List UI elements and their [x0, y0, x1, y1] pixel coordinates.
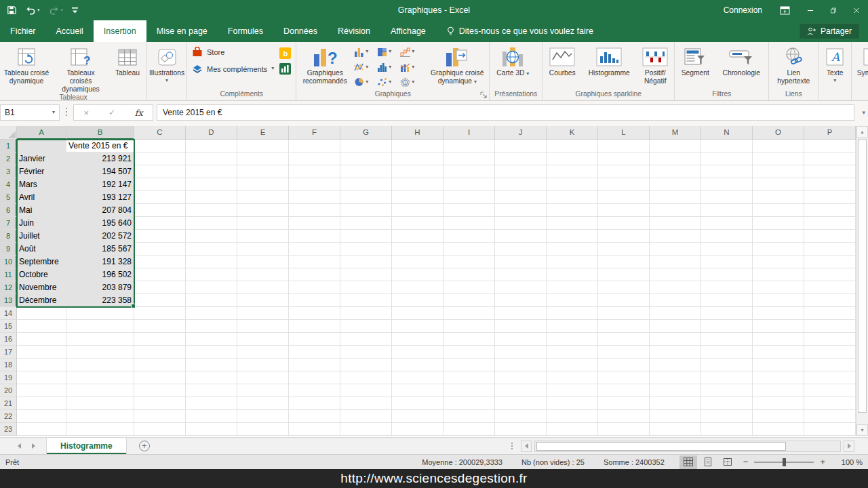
cell-P14[interactable]: [804, 307, 856, 320]
horizontal-scroll-thumb[interactable]: [536, 442, 786, 451]
cell-D23[interactable]: [186, 423, 237, 436]
cell-E8[interactable]: [237, 230, 289, 243]
cell-I9[interactable]: [443, 243, 495, 256]
cell-O4[interactable]: [753, 178, 804, 191]
cell-J16[interactable]: [495, 333, 547, 346]
cell-G16[interactable]: [340, 333, 392, 346]
cell-D17[interactable]: [186, 346, 237, 359]
cell-G8[interactable]: [340, 230, 392, 243]
cell-L6[interactable]: [598, 204, 650, 217]
row-header-22[interactable]: 22: [0, 410, 17, 423]
cell-G23[interactable]: [340, 423, 392, 436]
cell-L8[interactable]: [598, 230, 650, 243]
cell-L22[interactable]: [598, 410, 650, 423]
cell-D21[interactable]: [186, 397, 237, 410]
cell-N17[interactable]: [701, 346, 753, 359]
cell-O17[interactable]: [753, 346, 804, 359]
cell-E13[interactable]: [237, 294, 289, 307]
store-button[interactable]: Store: [192, 47, 274, 57]
cell-K4[interactable]: [547, 178, 598, 191]
cell-F15[interactable]: [289, 320, 340, 333]
cell-I11[interactable]: [443, 268, 495, 281]
col-header-B[interactable]: B: [66, 126, 134, 140]
cell-F8[interactable]: [289, 230, 340, 243]
cell-C14[interactable]: [134, 307, 186, 320]
cell-E17[interactable]: [237, 346, 289, 359]
cell-E19[interactable]: [237, 371, 289, 384]
cell-H3[interactable]: [392, 165, 443, 178]
scroll-down-icon[interactable]: ▼: [856, 424, 868, 436]
cell-B4[interactable]: 192 147: [66, 178, 134, 191]
cell-M18[interactable]: [650, 359, 701, 371]
cell-E15[interactable]: [237, 320, 289, 333]
cell-M13[interactable]: [650, 294, 701, 307]
cell-H18[interactable]: [392, 359, 443, 371]
zoom-percentage[interactable]: 100 %: [834, 458, 863, 466]
horizontal-scroll-track[interactable]: [534, 441, 841, 452]
cell-J8[interactable]: [495, 230, 547, 243]
minimize-button[interactable]: [799, 0, 822, 20]
pivot-chart-button[interactable]: Graphique croisé dynamique ▾: [426, 43, 488, 89]
sparkline-line-button[interactable]: Courbes: [543, 43, 581, 89]
insert-combo-chart-button[interactable]: ▾: [400, 62, 423, 72]
cell-E5[interactable]: [237, 191, 289, 204]
cell-D3[interactable]: [186, 165, 237, 178]
cell-K11[interactable]: [547, 268, 598, 281]
cell-B7[interactable]: 195 640: [66, 217, 134, 230]
cancel-icon[interactable]: ×: [83, 108, 89, 118]
cell-B23[interactable]: [66, 423, 134, 436]
slicer-button[interactable]: Segment: [675, 43, 715, 89]
cell-D12[interactable]: [186, 281, 237, 294]
cell-I8[interactable]: [443, 230, 495, 243]
cell-N7[interactable]: [701, 217, 753, 230]
cell-N9[interactable]: [701, 243, 753, 256]
cell-G2[interactable]: [340, 152, 392, 165]
cell-I19[interactable]: [443, 371, 495, 384]
cell-N8[interactable]: [701, 230, 753, 243]
cell-H2[interactable]: [392, 152, 443, 165]
tell-me-box[interactable]: Dites-nous ce que vous voulez faire: [436, 20, 604, 42]
ribbon-display-options-button[interactable]: [771, 0, 799, 20]
cell-B22[interactable]: [66, 410, 134, 423]
cell-A12[interactable]: Novembre: [17, 281, 66, 294]
cell-D16[interactable]: [186, 333, 237, 346]
cell-P7[interactable]: [804, 217, 856, 230]
formula-bar-splitter[interactable]: [66, 108, 67, 109]
cell-D15[interactable]: [186, 320, 237, 333]
cell-A11[interactable]: Octobre: [17, 268, 66, 281]
cell-H13[interactable]: [392, 294, 443, 307]
col-header-J[interactable]: J: [495, 126, 547, 140]
cell-P18[interactable]: [804, 359, 856, 371]
cell-B6[interactable]: 207 804: [66, 204, 134, 217]
cell-F20[interactable]: [289, 384, 340, 397]
cell-I15[interactable]: [443, 320, 495, 333]
cell-G6[interactable]: [340, 204, 392, 217]
tab-accueil[interactable]: Accueil: [46, 20, 94, 42]
cell-E3[interactable]: [237, 165, 289, 178]
cell-N21[interactable]: [701, 397, 753, 410]
insert-line-chart-button[interactable]: ▾: [354, 62, 377, 72]
cell-I1[interactable]: [443, 140, 495, 152]
cell-P15[interactable]: [804, 320, 856, 333]
cell-P4[interactable]: [804, 178, 856, 191]
cell-J14[interactable]: [495, 307, 547, 320]
cell-J19[interactable]: [495, 371, 547, 384]
cell-K19[interactable]: [547, 371, 598, 384]
account-label[interactable]: Connexion: [715, 0, 771, 20]
cell-A23[interactable]: [17, 423, 66, 436]
row-header-3[interactable]: 3: [0, 165, 17, 178]
symboles-button[interactable]: Ω Symboles ▾: [852, 43, 868, 89]
cell-L5[interactable]: [598, 191, 650, 204]
cell-D9[interactable]: [186, 243, 237, 256]
cell-P12[interactable]: [804, 281, 856, 294]
cell-K6[interactable]: [547, 204, 598, 217]
cell-K2[interactable]: [547, 152, 598, 165]
expand-formula-bar-icon[interactable]: ▾: [862, 109, 865, 116]
cell-J13[interactable]: [495, 294, 547, 307]
cell-B15[interactable]: [66, 320, 134, 333]
col-header-L[interactable]: L: [598, 126, 650, 140]
cell-B1[interactable]: Vente 2015 en €: [66, 140, 134, 152]
row-header-19[interactable]: 19: [0, 371, 17, 384]
cell-P13[interactable]: [804, 294, 856, 307]
cell-C9[interactable]: [134, 243, 186, 256]
